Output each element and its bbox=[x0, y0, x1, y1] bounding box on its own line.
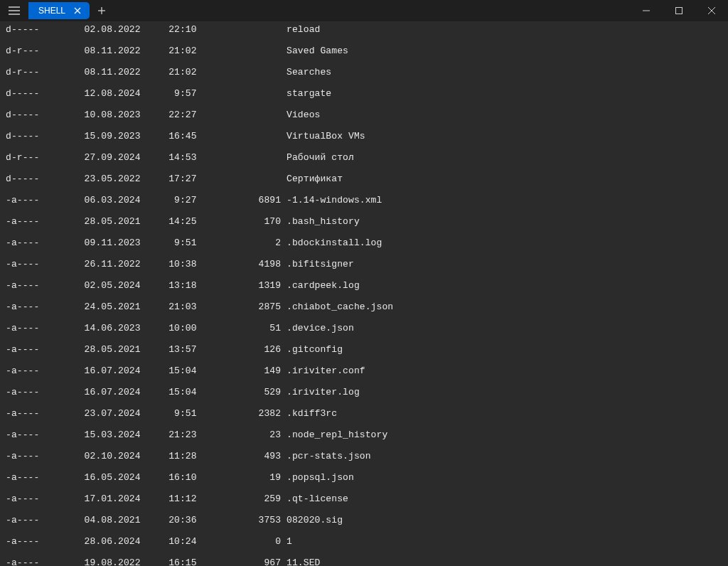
close-icon bbox=[74, 7, 81, 14]
close-icon bbox=[708, 7, 715, 14]
close-tab-button[interactable] bbox=[73, 6, 82, 16]
hamburger-icon bbox=[9, 6, 20, 15]
list-item: d----- 12.08.2024 9:57 stargate bbox=[6, 88, 722, 99]
list-item: d-r--- 27.09.2024 14:53 Рабочий стол bbox=[6, 152, 722, 163]
svg-rect-8 bbox=[676, 8, 682, 14]
list-item: -a---- 15.03.2024 21:23 23 .node_repl_hi… bbox=[6, 429, 722, 440]
list-item: d----- 15.09.2023 16:45 VirtualBox VMs bbox=[6, 131, 722, 142]
maximize-button[interactable] bbox=[663, 0, 695, 21]
list-item: -a---- 16.05.2024 16:10 19 .popsql.json bbox=[6, 472, 722, 483]
list-item: -a---- 02.10.2024 11:28 493 .pcr-stats.j… bbox=[6, 451, 722, 461]
list-item: -a---- 06.03.2024 9:27 6891 -1.14-window… bbox=[6, 195, 722, 205]
list-item: -a---- 19.08.2022 16:15 967 11.SED bbox=[6, 557, 722, 566]
terminal-output[interactable]: d----- 02.08.2022 22:10 reload d-r--- 08… bbox=[0, 21, 728, 566]
list-item: -a---- 14.06.2023 10:00 51 .device.json bbox=[6, 323, 722, 333]
list-item: -a---- 16.07.2024 15:04 149 .iriviter.co… bbox=[6, 365, 722, 376]
list-item: -a---- 16.07.2024 15:04 529 .iriviter.lo… bbox=[6, 387, 722, 397]
list-item: -a---- 28.05.2021 13:57 126 .gitconfig bbox=[6, 344, 722, 355]
list-item: -a---- 02.05.2024 13:18 1319 .cardpeek.l… bbox=[6, 280, 722, 291]
titlebar-drag-region[interactable] bbox=[114, 0, 630, 21]
minimize-icon bbox=[643, 7, 650, 14]
list-item: -a---- 04.08.2021 20:36 3753 082020.sig bbox=[6, 515, 722, 525]
list-item: d-r--- 08.11.2022 21:02 Searches bbox=[6, 67, 722, 78]
plus-icon bbox=[97, 6, 106, 15]
list-item: -a---- 24.05.2021 21:03 2875 .chiabot_ca… bbox=[6, 301, 722, 312]
list-item: d----- 02.08.2022 22:10 reload bbox=[6, 24, 722, 35]
close-window-button[interactable] bbox=[695, 0, 728, 21]
menu-button[interactable] bbox=[0, 0, 28, 21]
list-item: -a---- 28.05.2021 14:25 170 .bash_histor… bbox=[6, 216, 722, 227]
maximize-icon bbox=[675, 7, 682, 14]
list-item: -a---- 26.11.2022 10:38 4198 .bifitsigne… bbox=[6, 259, 722, 269]
title-bar: SHELL bbox=[0, 0, 728, 21]
list-item: d-r--- 08.11.2022 21:02 Saved Games bbox=[6, 46, 722, 56]
tab-label: SHELL bbox=[38, 6, 65, 16]
new-tab-button[interactable] bbox=[90, 0, 114, 21]
list-item: -a---- 17.01.2024 11:12 259 .qt-license bbox=[6, 493, 722, 504]
tab-shell[interactable]: SHELL bbox=[28, 2, 90, 19]
minimize-button[interactable] bbox=[630, 0, 663, 21]
list-item: d----- 10.08.2023 22:27 Videos bbox=[6, 110, 722, 120]
list-item: -a---- 09.11.2023 9:51 2 .bdockinstall.l… bbox=[6, 237, 722, 248]
list-item: d----- 23.05.2022 17:27 Сертификат bbox=[6, 173, 722, 184]
list-item: -a---- 23.07.2024 9:51 2382 .kdiff3rc bbox=[6, 408, 722, 419]
window-controls bbox=[630, 0, 728, 21]
list-item: -a---- 28.06.2024 10:24 0 1 bbox=[6, 536, 722, 547]
